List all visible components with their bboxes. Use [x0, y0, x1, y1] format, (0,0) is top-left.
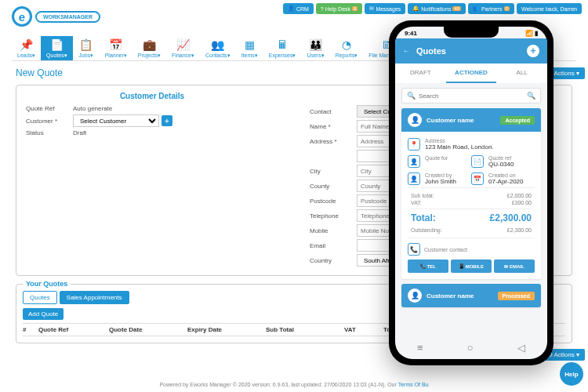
col-vat: VAT — [344, 326, 383, 333]
phone-title: Quotes — [416, 46, 446, 56]
nav-items[interactable]: ▦Items▾ — [236, 36, 263, 60]
mobile-label: Mobile — [310, 227, 357, 234]
messages-button[interactable]: ✉Messages — [365, 3, 405, 14]
avatar-icon: 👤 — [408, 289, 422, 303]
mobile-button[interactable]: 📱 MOBILE — [451, 260, 492, 273]
city-label: City — [310, 168, 357, 175]
nav-jobs[interactable]: 📋Jobs▾ — [73, 36, 100, 60]
name-label: Name * — [310, 123, 357, 130]
subtotal-label: Sub total: — [411, 193, 434, 198]
quote-ref-label: Quote ref — [488, 155, 514, 161]
nav-label: Leads▾ — [17, 53, 35, 59]
nav-label: Planner▾ — [105, 53, 127, 59]
pin-icon: 📍 — [408, 138, 420, 151]
back-icon[interactable]: ◁ — [517, 342, 525, 354]
nav-expenses[interactable]: 🖩Expenses▾ — [263, 36, 302, 60]
nav-icon: 📄 — [49, 38, 64, 52]
phone-notch — [444, 27, 499, 38]
phone-tab-draft[interactable]: DRAFT — [395, 64, 446, 83]
status-badge: Accepted — [500, 116, 535, 125]
subtotal-value: £2,000.00 — [507, 193, 532, 198]
nav-label: Jobs▾ — [78, 53, 94, 59]
quote-for-label: Quote for — [425, 155, 448, 161]
created-by-label: Created by — [425, 172, 456, 178]
email-label: Email — [310, 242, 357, 249]
logo[interactable]: e WORKSMANAGER — [12, 6, 100, 27]
welcome-button[interactable]: Welcome back, Darren — [517, 3, 582, 14]
contact-label: Contact — [310, 108, 357, 115]
your-quotes-heading: Your Quotes — [23, 280, 71, 288]
add-quote-button[interactable]: Add Quote — [23, 308, 64, 320]
total-label: Total: — [411, 212, 436, 223]
county-label: County — [310, 183, 357, 190]
nav-icon: 📌 — [19, 38, 34, 52]
nav-label: Finance▾ — [172, 53, 194, 59]
customer-contact-label: Customer contact — [424, 247, 467, 252]
crm-button[interactable]: 👤CRM — [283, 3, 314, 14]
nav-icon: 🖩 — [274, 38, 290, 52]
user-icon: 👤 — [408, 172, 420, 185]
outstanding-label: Outstanding: — [411, 227, 442, 233]
postcode-label: Postcode — [310, 198, 357, 205]
tab-quotes[interactable]: Quotes — [23, 291, 57, 304]
tel-button[interactable]: 📞 TEL — [408, 260, 448, 273]
doc-icon: 📄 — [471, 155, 484, 168]
col-ref: Quote Ref — [38, 326, 109, 333]
back-icon[interactable]: ← — [403, 47, 410, 55]
nav-quotes[interactable]: 📄Quotes▾ — [41, 36, 73, 60]
footer: Powered by Eworks Manager © 2020 version… — [0, 382, 588, 387]
telephone-label: Telephone — [310, 212, 357, 220]
email-button[interactable]: ✉ EMAIL — [494, 260, 535, 273]
nav-leads[interactable]: 📌Leads▾ — [12, 36, 41, 60]
help-desk-button[interactable]: ?Help Desk9 — [316, 3, 363, 14]
add-customer-button[interactable]: + — [162, 115, 172, 126]
customer-name: Customer name — [426, 292, 474, 299]
nav-label: Projects▾ — [138, 53, 161, 59]
nav-planner[interactable]: 📅Planner▾ — [100, 36, 132, 60]
nav-finance[interactable]: 📈Finance▾ — [166, 36, 200, 60]
phone-header: ←Quotes + — [395, 38, 547, 64]
nav-users[interactable]: 👪Users▾ — [302, 36, 330, 60]
phone-search-input[interactable] — [419, 93, 527, 100]
col-expiry: Expiry Date — [187, 326, 266, 333]
phone-mockup: 9:41📶 ▮ ←Quotes + DRAFT ACTIONED ALL 🔍 🔍… — [389, 20, 554, 365]
nav-icon: ▦ — [241, 38, 257, 52]
search-icon-right[interactable]: 🔍 — [527, 92, 535, 100]
home-icon[interactable]: ○ — [467, 342, 474, 354]
country-label: Country — [310, 257, 357, 264]
phone-tab-all[interactable]: ALL — [496, 64, 547, 83]
created-on-value: 07-Apr-2020 — [488, 178, 523, 185]
vat-label: VAT: — [411, 200, 422, 205]
recent-icon[interactable]: ≡ — [417, 342, 423, 354]
phone-tab-actioned[interactable]: ACTIONED — [446, 64, 497, 83]
search-icon: 🔍 — [407, 92, 416, 100]
quote-card[interactable]: 👤Customer name Accepted 📍Address123 Main… — [401, 108, 541, 279]
address-label: Address — [425, 138, 494, 143]
nav-reports[interactable]: ◔Reports▾ — [330, 36, 364, 60]
help-button[interactable]: Help — [560, 362, 583, 386]
col-date: Quote Date — [109, 326, 187, 333]
nav-icon: 💼 — [141, 38, 157, 52]
vat-value: £300.00 — [512, 200, 532, 205]
quote-card[interactable]: 👤Customer name Processed — [401, 284, 541, 307]
nav-label: Contacts▾ — [205, 53, 230, 59]
tab-sales-appointments[interactable]: Sales Appointments — [60, 291, 129, 304]
address-label: Address * — [310, 138, 357, 145]
quote-ref-value: QU-0340 — [488, 161, 514, 168]
partners-button[interactable]: 👥Partners0 — [468, 3, 514, 14]
customer-select[interactable]: Select Customer — [73, 114, 159, 127]
quote-ref-label: Quote Ref — [26, 105, 73, 112]
customer-name: Customer name — [426, 117, 474, 124]
notifications-button[interactable]: 🔔Notifications40 — [408, 3, 466, 14]
status-badge: Processed — [498, 292, 535, 300]
nav-icon: ◔ — [339, 38, 354, 52]
add-quote-icon[interactable]: + — [527, 45, 539, 57]
col-num: # — [23, 326, 38, 333]
avatar-icon: 👤 — [408, 113, 422, 127]
phone-search[interactable]: 🔍 🔍 — [401, 88, 541, 103]
nav-contacts[interactable]: 👥Contacts▾ — [200, 36, 236, 60]
logo-text: WORKSMANAGER — [35, 11, 100, 23]
nav-icon: 📈 — [176, 38, 191, 52]
nav-projects[interactable]: 💼Projects▾ — [132, 36, 166, 60]
terms-link[interactable]: Terms Of Bu — [398, 382, 429, 387]
